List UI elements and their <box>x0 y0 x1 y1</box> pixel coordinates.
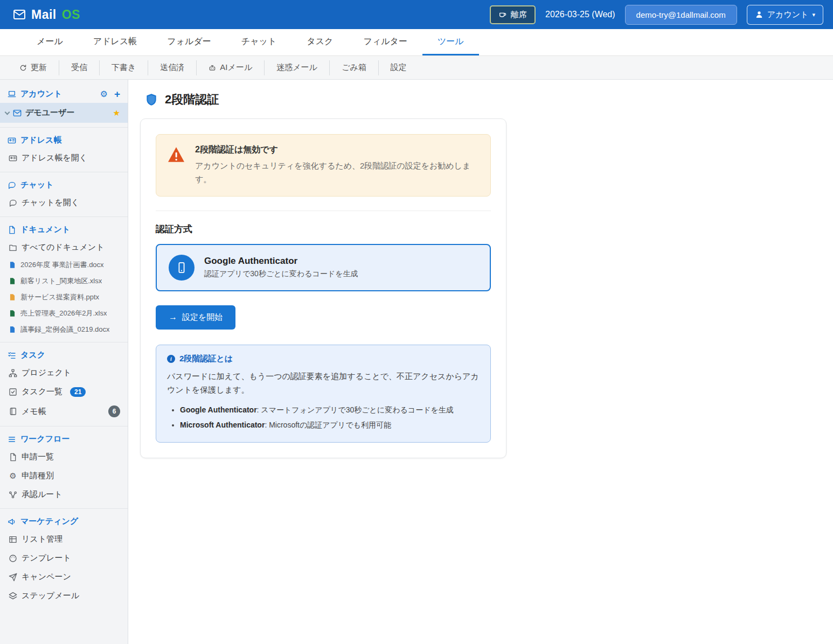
app-logo: Mail OS <box>13 8 80 22</box>
notebook-icon <box>9 407 17 416</box>
warning-alert: 2段階認証は無効です アカウントのセキュリティを強化するため、2段階認証の設定を… <box>156 134 491 197</box>
item-label: タスク一覧 <box>22 387 63 397</box>
gear-icon[interactable]: ⚙ <box>100 90 108 99</box>
memo-count-badge: 6 <box>108 405 120 417</box>
mail-icon <box>13 109 22 117</box>
table-icon <box>9 535 17 544</box>
sidebar-item-all-documents[interactable]: すべてのドキュメント <box>0 238 128 257</box>
chevron-down-icon: ▾ <box>812 11 815 18</box>
account-label: アカウント <box>767 10 809 20</box>
star-icon[interactable]: ★ <box>113 108 120 118</box>
sidebar: アカウント ⚙ + デモユーザー ★ アドレス帳 アドレス帳を開く <box>0 80 128 644</box>
drafts-button[interactable]: 下書き <box>99 60 148 75</box>
brand-mail: Mail <box>31 8 57 22</box>
divider <box>156 211 491 211</box>
item-label: リスト管理 <box>22 534 63 544</box>
sidebar-file-docx-2[interactable]: 議事録_定例会議_0219.docx <box>0 321 128 338</box>
account-email-button[interactable]: demo-try@1dallmail.com <box>625 5 737 25</box>
sidebar-item-approval-routes[interactable]: 承認ルート <box>0 485 128 504</box>
task-count-badge: 21 <box>70 387 86 397</box>
ai-mail-button[interactable]: AIメール <box>196 60 264 75</box>
sidebar-section-chat: チャット チャットを開く <box>0 172 128 212</box>
bullet-text: : スマートフォンアプリで30秒ごとに変わるコードを生成 <box>257 405 454 414</box>
bullet-term: Google Authenticator <box>180 405 257 414</box>
brand-os: OS <box>62 8 80 22</box>
documents-section-title: ドキュメント <box>0 221 128 238</box>
smartphone-icon <box>169 255 195 281</box>
sidebar-item-templates[interactable]: テンプレート <box>0 549 128 568</box>
sidebar-item-memo[interactable]: メモ帳 6 <box>0 401 128 422</box>
main-nav: メール アドレス帳 フォルダー チャット タスク フィルター ツール <box>0 29 833 56</box>
chat-bubble-icon <box>9 199 17 207</box>
sidebar-file-xlsx-2[interactable]: 売上管理表_2026年2月.xlsx <box>0 305 128 321</box>
away-status-button[interactable]: 離席 <box>490 5 536 24</box>
powerpoint-file-icon <box>9 293 16 301</box>
refresh-button[interactable]: 更新 <box>8 60 59 75</box>
file-name: 議事録_定例会議_0219.docx <box>20 325 109 334</box>
inbox-button[interactable]: 受信 <box>59 60 99 75</box>
sidebar-file-docx-1[interactable]: 2026年度 事業計画書.docx <box>0 257 128 273</box>
user-name: デモユーザー <box>25 108 74 118</box>
tab-mail[interactable]: メール <box>22 29 78 55</box>
method-name: Google Authenticator <box>204 256 358 267</box>
sidebar-item-list-management[interactable]: リスト管理 <box>0 530 128 549</box>
sidebar-section-tasks: タスク プロジェクト タスク一覧 21 メモ帳 6 <box>0 342 128 422</box>
sidebar-file-xlsx-1[interactable]: 顧客リスト_関東地区.xlsx <box>0 273 128 289</box>
sidebar-item-request-types[interactable]: ⚙ 申請種別 <box>0 466 128 485</box>
item-label: メモ帳 <box>22 407 46 417</box>
document-icon <box>8 226 16 234</box>
tab-chat[interactable]: チャット <box>226 29 292 55</box>
info-title: 2段階認証とは <box>179 354 233 364</box>
item-label: 承認ルート <box>22 489 63 500</box>
workflow-section-title: ワークフロー <box>0 431 128 447</box>
start-setup-button[interactable]: → 設定を開始 <box>156 305 235 330</box>
start-setup-label: 設定を開始 <box>182 312 223 323</box>
chat-section-title: チャット <box>0 177 128 193</box>
tab-folders[interactable]: フォルダー <box>152 29 226 55</box>
tab-tools[interactable]: ツール <box>422 29 479 55</box>
section-label: マーケティング <box>20 516 78 527</box>
gears-icon: ⚙ <box>9 472 17 480</box>
tab-tasks[interactable]: タスク <box>291 29 348 55</box>
settings-button[interactable]: 設定 <box>378 60 419 75</box>
sidebar-item-open-addressbook[interactable]: アドレス帳を開く <box>0 149 128 167</box>
info-icon: i <box>167 355 175 363</box>
account-menu-button[interactable]: アカウント ▾ <box>747 5 823 25</box>
palette-icon <box>9 554 17 563</box>
item-label: ステップメール <box>22 591 79 601</box>
sent-button[interactable]: 送信済 <box>148 60 196 75</box>
arrow-right-icon: → <box>169 312 177 322</box>
two-factor-card: 2段階認証は無効です アカウントのセキュリティを強化するため、2段階認証の設定を… <box>140 118 506 458</box>
info-body: パスワードに加えて、もう一つの認証要素を追加することで、不正アクセスからアカウン… <box>167 369 480 397</box>
document-icon <box>9 453 17 461</box>
sidebar-item-campaigns[interactable]: キャンペーン <box>0 568 128 586</box>
bullet-text: : Microsoftの認証アプリでも利用可能 <box>265 421 391 429</box>
tab-addressbook[interactable]: アドレス帳 <box>78 29 152 55</box>
method-google-authenticator[interactable]: Google Authenticator 認証アプリで30秒ごとに変わるコードを… <box>156 244 491 291</box>
sidebar-item-projects[interactable]: プロジェクト <box>0 363 128 382</box>
file-name: 2026年度 事業計画書.docx <box>20 260 104 270</box>
sidebar-item-demo-user[interactable]: デモユーザー ★ <box>0 103 128 123</box>
item-label: すべてのドキュメント <box>22 242 105 253</box>
main-content: 2段階認証 2段階認証は無効です アカウントのセキュリティを強化するため、2段階… <box>128 80 833 644</box>
addressbook-section-title: アドレス帳 <box>0 132 128 149</box>
tab-filters[interactable]: フィルター <box>348 29 422 55</box>
refresh-icon <box>19 64 27 72</box>
sidebar-item-task-list[interactable]: タスク一覧 21 <box>0 382 128 401</box>
person-icon <box>755 10 763 19</box>
sidebar-item-step-mail[interactable]: ステップメール <box>0 586 128 605</box>
coffee-icon <box>498 10 507 19</box>
folder-icon <box>9 243 17 252</box>
chevron-down-icon <box>5 109 10 115</box>
bullet-term: Microsoft Authenticator <box>180 421 265 429</box>
sidebar-file-pptx-1[interactable]: 新サービス提案資料.pptx <box>0 289 128 305</box>
toolbar-label: AIメール <box>220 62 252 73</box>
add-account-button[interactable]: + <box>114 89 120 99</box>
away-label: 離席 <box>511 10 527 20</box>
sidebar-item-open-chat[interactable]: チャットを開く <box>0 193 128 212</box>
sidebar-item-request-list[interactable]: 申請一覧 <box>0 447 128 466</box>
sidebar-section-documents: ドキュメント すべてのドキュメント 2026年度 事業計画書.docx 顧客リス… <box>0 216 128 338</box>
spam-button[interactable]: 迷惑メール <box>264 60 329 75</box>
trash-button[interactable]: ごみ箱 <box>329 60 378 75</box>
page-title-text: 2段階認証 <box>165 92 219 108</box>
